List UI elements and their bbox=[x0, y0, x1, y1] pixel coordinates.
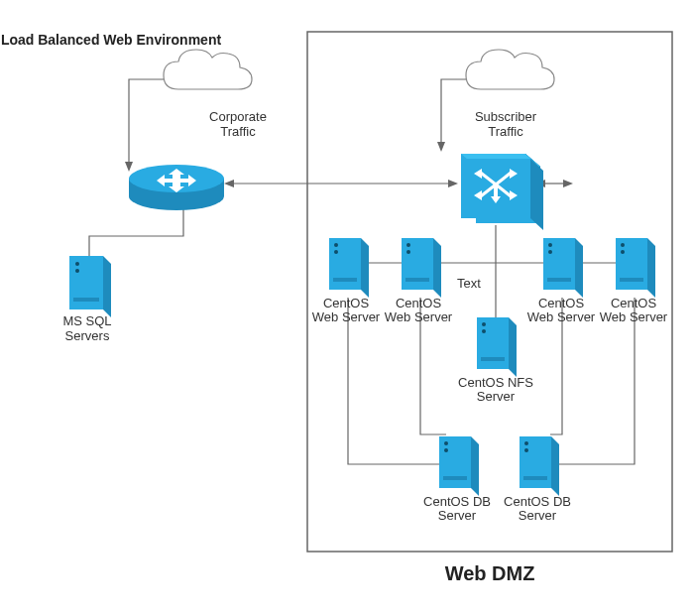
svg-point-60 bbox=[621, 250, 625, 254]
web4-label-1: CentOS bbox=[611, 296, 657, 310]
svg-rect-47 bbox=[402, 238, 433, 290]
svg-rect-66 bbox=[481, 357, 505, 361]
svg-rect-67 bbox=[439, 436, 471, 488]
svg-rect-51 bbox=[405, 278, 429, 282]
server-icon bbox=[439, 436, 479, 496]
server-icon bbox=[543, 238, 583, 298]
server-icon bbox=[69, 256, 111, 317]
cloud-icon bbox=[466, 50, 554, 89]
corporate-traffic-label: Corporate bbox=[209, 109, 267, 124]
dmz-title: Web DMZ bbox=[445, 562, 535, 584]
svg-marker-37 bbox=[103, 256, 111, 317]
server-icon bbox=[402, 238, 441, 298]
svg-point-55 bbox=[548, 250, 552, 254]
svg-point-65 bbox=[482, 329, 486, 333]
db2-label-1: CentOS DB bbox=[504, 494, 571, 509]
text-placeholder: Text bbox=[457, 276, 481, 291]
svg-point-45 bbox=[334, 250, 338, 254]
svg-rect-76 bbox=[523, 476, 547, 480]
svg-point-64 bbox=[482, 322, 486, 326]
subscriber-traffic-label2: Traffic bbox=[488, 124, 523, 139]
svg-point-69 bbox=[444, 441, 448, 445]
svg-rect-46 bbox=[333, 278, 357, 282]
web2-label-1: CentOS bbox=[396, 296, 442, 310]
svg-marker-63 bbox=[509, 317, 517, 377]
server-icon bbox=[329, 238, 369, 298]
svg-marker-58 bbox=[647, 238, 655, 298]
db2-label-2: Server bbox=[519, 508, 557, 523]
router-icon bbox=[129, 165, 224, 210]
svg-point-70 bbox=[444, 448, 448, 452]
svg-point-39 bbox=[75, 262, 79, 266]
svg-marker-0 bbox=[125, 162, 133, 172]
mssql-label-2: Servers bbox=[65, 328, 110, 343]
svg-rect-62 bbox=[477, 317, 509, 369]
svg-point-59 bbox=[621, 243, 625, 247]
svg-marker-7 bbox=[563, 180, 573, 187]
server-icon bbox=[520, 436, 559, 496]
svg-rect-56 bbox=[547, 278, 571, 282]
svg-rect-61 bbox=[620, 278, 643, 282]
web1-label-2: Web Server bbox=[312, 309, 381, 324]
web3-label-1: CentOS bbox=[538, 296, 585, 310]
svg-point-40 bbox=[75, 269, 79, 273]
server-icon bbox=[477, 317, 517, 377]
web1-label-1: CentOS bbox=[323, 296, 370, 310]
web2-label-2: Web Server bbox=[385, 309, 453, 324]
svg-marker-31 bbox=[530, 159, 543, 230]
svg-point-74 bbox=[524, 441, 528, 445]
svg-rect-41 bbox=[73, 298, 99, 302]
svg-marker-68 bbox=[471, 436, 479, 496]
svg-point-50 bbox=[406, 250, 410, 254]
web4-label-2: Web Server bbox=[600, 309, 668, 324]
diagram-title-line1: Load Balanced Web Environment bbox=[1, 32, 222, 48]
web3-label-2: Web Server bbox=[527, 309, 596, 324]
corporate-traffic-label2: Traffic bbox=[220, 124, 256, 139]
svg-marker-43 bbox=[361, 238, 369, 298]
svg-marker-3 bbox=[224, 180, 234, 187]
db1-label-1: CentOS DB bbox=[423, 494, 491, 509]
svg-marker-4 bbox=[448, 180, 458, 187]
svg-rect-72 bbox=[520, 436, 551, 488]
svg-point-75 bbox=[524, 448, 528, 452]
svg-marker-53 bbox=[575, 238, 583, 298]
db1-label-2: Server bbox=[438, 508, 477, 523]
svg-point-49 bbox=[406, 243, 410, 247]
svg-point-44 bbox=[334, 243, 338, 247]
svg-rect-71 bbox=[443, 476, 467, 480]
nfs-label-1: CentOS NFS bbox=[458, 375, 533, 390]
mssql-label-1: MS SQL bbox=[62, 313, 111, 328]
svg-rect-52 bbox=[543, 238, 575, 290]
svg-rect-57 bbox=[616, 238, 647, 290]
subscriber-traffic-label: Subscriber bbox=[475, 109, 537, 124]
server-icon bbox=[616, 238, 655, 298]
switch-icon bbox=[461, 154, 543, 230]
cloud-icon bbox=[164, 50, 252, 89]
svg-rect-42 bbox=[329, 238, 361, 290]
svg-point-54 bbox=[548, 243, 552, 247]
nfs-label-2: Server bbox=[477, 389, 516, 404]
svg-marker-48 bbox=[433, 238, 441, 298]
svg-marker-1 bbox=[437, 142, 445, 152]
network-diagram: Load Balanced Web Environment Corporate … bbox=[0, 0, 694, 616]
svg-marker-73 bbox=[551, 436, 559, 496]
